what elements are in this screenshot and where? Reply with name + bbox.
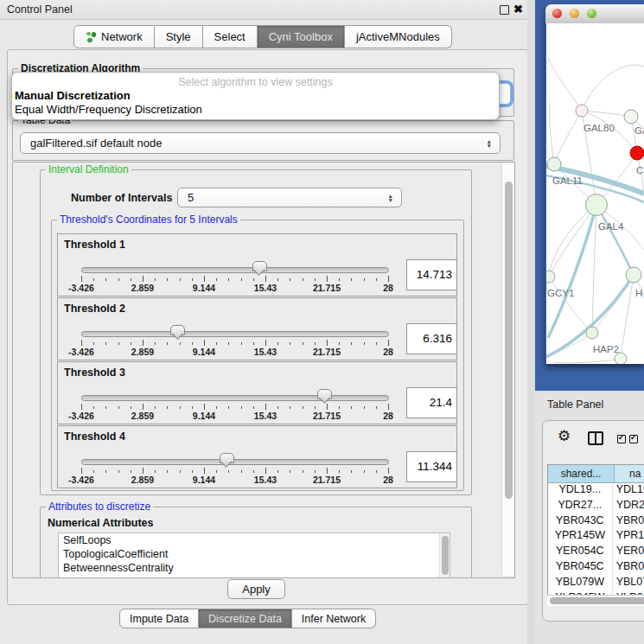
threshold-value-field[interactable]: 6.316	[406, 323, 457, 354]
select-none-checkbox-icon[interactable]	[629, 435, 638, 443]
table-row[interactable]: YBL079WYBL079W	[548, 576, 644, 591]
table-row[interactable]: YBR043CYBR043C	[548, 514, 644, 530]
node-label: GAL80	[583, 123, 615, 133]
threshold-slider[interactable]: -3.4262.8599.14415.4321.71528	[81, 261, 389, 294]
close-traffic-light[interactable]	[552, 9, 562, 18]
cell-name: YBR043C	[613, 514, 644, 530]
scale-label: 28	[383, 347, 393, 357]
option-equal-width-frequency[interactable]: Equal Width/Frequency Discretization	[15, 103, 202, 116]
table-row[interactable]: YBR045CYBR045C	[548, 560, 644, 576]
scrollbar-thumb[interactable]	[505, 182, 513, 499]
panel-splitter[interactable]	[527, 0, 535, 644]
numerical-attributes-list[interactable]: SelfLoopsTopologicalCoefficientBetweenne…	[58, 532, 450, 578]
tab-label: jActiveMNodules	[356, 30, 440, 43]
cell-shared-name: YBR045C	[548, 560, 613, 576]
tab-select[interactable]: Select	[203, 25, 258, 48]
apply-button[interactable]: Apply	[227, 579, 285, 599]
slider-track[interactable]	[81, 267, 389, 273]
scale-label: 2.859	[131, 411, 154, 421]
node-hap2	[586, 327, 598, 339]
horizontal-scrollbar[interactable]	[547, 595, 644, 606]
close-icon[interactable]: ✖	[513, 3, 523, 16]
tab-discretize-data[interactable]: Discretize Data	[199, 609, 292, 628]
slider-track[interactable]	[81, 459, 389, 465]
node-table: shared... na YDL19...YDL19YDR27...YDR27Y…	[547, 464, 644, 606]
combo-stepper-icon: ▲▼	[487, 139, 492, 148]
gear-icon[interactable]: ⚙	[558, 429, 571, 443]
group-title: Interval Definition	[46, 163, 131, 175]
slider-thumb[interactable]	[317, 389, 332, 399]
minimize-traffic-light[interactable]	[570, 9, 579, 18]
slider-scale-labels: -3.4262.8599.14415.4321.71528	[81, 347, 389, 357]
threshold-label: Threshold 2	[64, 303, 125, 315]
top-tab-bar: NetworkStyleSelectCyni ToolboxjActiveMNo…	[73, 25, 452, 48]
cell-name: YBR045C	[613, 560, 644, 576]
bottom-tab-bar: Impute DataDiscretize DataInfer Network	[119, 609, 376, 628]
table-row[interactable]: YDL19...YDL19	[548, 483, 644, 499]
float-window-icon[interactable]	[500, 5, 509, 15]
option-manual-discretization[interactable]: Manual Discretization	[15, 89, 131, 102]
scale-label: 2.859	[131, 347, 154, 357]
column-header-name[interactable]: na	[615, 465, 644, 483]
scrollbar-thumb[interactable]	[550, 597, 644, 604]
zoom-traffic-light[interactable]	[587, 9, 596, 18]
scale-label: 9.144	[193, 283, 215, 293]
scrollbar-thumb[interactable]	[442, 536, 449, 575]
node-gal11	[547, 157, 561, 171]
slider-ticks	[81, 404, 389, 411]
cell-shared-name: YBR043C	[548, 514, 613, 530]
node-label: C	[636, 165, 643, 175]
network-window[interactable]: GAL80GACGAL11GAL4GCY1HHAP2	[545, 4, 644, 364]
tab-label: Discretize Data	[208, 613, 282, 625]
table-data-combobox[interactable]: galFiltered.sif default node ▲▼	[20, 132, 501, 154]
tab-cyni-toolbox[interactable]: Cyni Toolbox	[258, 25, 345, 48]
tab-label: Impute Data	[130, 613, 188, 625]
threshold-slider[interactable]: -3.4262.8599.14415.4321.71528	[81, 453, 389, 486]
tab-network[interactable]: Network	[73, 25, 155, 48]
node-label: HAP2	[593, 344, 619, 354]
tab-infer-network[interactable]: Infer Network	[292, 609, 376, 628]
table-rows: YDL19...YDL19YDR27...YDR27YBR043CYBR043C…	[548, 483, 644, 606]
threshold-value-field[interactable]: 11.344	[406, 451, 457, 482]
scale-label: 21.715	[313, 411, 341, 421]
columns-icon[interactable]	[588, 431, 603, 445]
slider-thumb[interactable]	[220, 453, 234, 463]
select-all-checkbox-icon[interactable]	[617, 435, 626, 443]
network-window-titlebar[interactable]	[545, 4, 644, 24]
cell-shared-name: YPR145W	[548, 529, 613, 545]
threshold-label: Threshold 1	[64, 239, 125, 251]
number-of-intervals-combobox[interactable]: 5 ▲▼	[177, 188, 402, 207]
node-gal4	[586, 194, 608, 216]
threshold-value-field[interactable]: 21.4	[406, 387, 457, 418]
number-of-intervals-label: Number of Intervals	[71, 192, 172, 204]
cell-shared-name: YDR27...	[548, 499, 613, 514]
list-item[interactable]: SelfLoops	[59, 533, 450, 547]
table-header: shared... na	[548, 465, 644, 483]
slider-track[interactable]	[81, 395, 389, 401]
algorithm-dropdown-popup: Select algorithm to view settings Manual…	[11, 72, 500, 120]
slider-track[interactable]	[81, 331, 389, 337]
list-item[interactable]: BetweennessCentrality	[59, 561, 450, 575]
slider-thumb[interactable]	[170, 325, 185, 335]
network-canvas[interactable]: GAL80GACGAL11GAL4GCY1HHAP2	[546, 23, 644, 364]
column-header-shared-name[interactable]: shared...	[548, 465, 615, 483]
threshold-slider[interactable]: -3.4262.8599.14415.4321.71528	[81, 389, 389, 422]
table-panel-title: Table Panel	[547, 399, 603, 411]
tab-impute-data[interactable]: Impute Data	[119, 609, 199, 628]
table-row[interactable]: YPR145WYPR145W	[548, 529, 644, 545]
threshold-slider[interactable]: -3.4262.8599.14415.4321.71528	[81, 325, 389, 358]
tab-style[interactable]: Style	[155, 25, 203, 48]
vertical-scrollbar[interactable]	[501, 163, 514, 576]
scale-label: 28	[383, 283, 393, 293]
scale-label: 21.715	[313, 347, 341, 357]
table-row[interactable]: YER054CYER054C	[548, 545, 644, 560]
table-data-selected: galFiltered.sif default node	[30, 137, 162, 150]
table-row[interactable]: YDR27...YDR27	[548, 499, 644, 514]
node-gcy1	[546, 271, 555, 283]
scale-label: -3.426	[68, 475, 94, 485]
threshold-value-field[interactable]: 14.713	[406, 259, 457, 290]
list-item[interactable]: TopologicalCoefficient	[59, 547, 450, 561]
tab-jactivemnodules[interactable]: jActiveMNodules	[345, 25, 452, 48]
slider-thumb[interactable]	[252, 261, 267, 271]
list-scrollbar[interactable]	[439, 533, 450, 578]
